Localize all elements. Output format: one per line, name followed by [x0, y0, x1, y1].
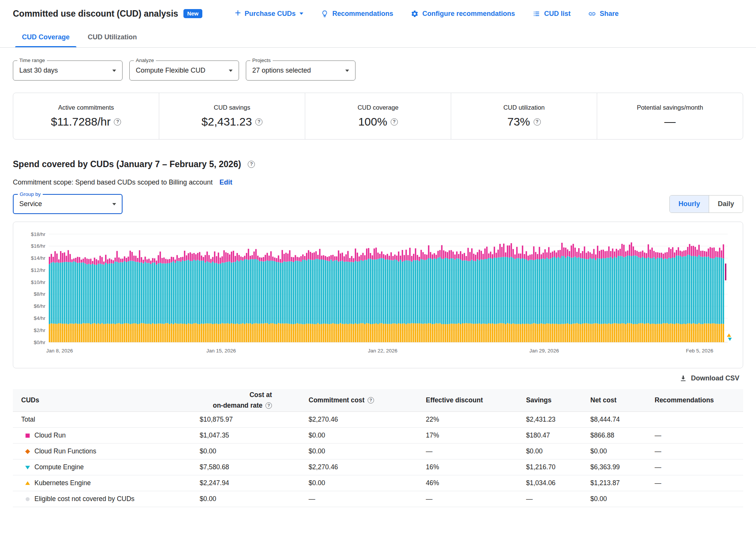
tab-cud-coverage-label: CUD Coverage: [22, 33, 70, 41]
table-row: Cloud Run$1,047.35$0.0017%$180.47$866.88…: [13, 428, 743, 444]
analyze-select[interactable]: Analyze Compute Flexible CUD: [129, 61, 239, 81]
projects-value: 27 options selected: [252, 67, 345, 74]
table-cell: $2,270.46: [295, 416, 413, 424]
table-cell: $10,875.97: [193, 416, 295, 424]
help-icon[interactable]: ?: [391, 118, 398, 126]
help-icon[interactable]: ?: [114, 118, 121, 126]
group-by-select[interactable]: Group by Service: [13, 194, 123, 214]
analyze-label: Analyze: [134, 57, 156, 63]
table-cell: $7,580.68: [193, 463, 295, 471]
chart-controls-row: Group by Service Hourly Daily: [13, 194, 743, 214]
table-cell: —: [295, 495, 413, 503]
chart-card: $0/hr$2/hr$4/hr$6/hr$8/hr$10/hr$12/hr$14…: [13, 222, 743, 368]
section-title-row: Spend covered by CUDs (January 7 – Febru…: [13, 159, 743, 169]
table-cell: 46%: [413, 479, 513, 487]
hourly-toggle-button[interactable]: Hourly: [670, 196, 709, 213]
projects-select[interactable]: Projects 27 options selected: [246, 61, 355, 81]
table-cell: $0.00: [295, 479, 413, 487]
table-cell: $0.00: [295, 431, 413, 439]
table-cell: $6,363.99: [577, 463, 641, 471]
table-cell: 16%: [413, 463, 513, 471]
cud-list-button[interactable]: CUD list: [532, 10, 571, 18]
filter-row: Time range Last 30 days Analyze Compute …: [13, 61, 743, 81]
triangle-up-marker-icon: [25, 481, 30, 486]
svg-text:$10/hr: $10/hr: [31, 279, 46, 285]
help-icon[interactable]: ?: [534, 118, 541, 126]
chevron-down-icon: [229, 70, 233, 72]
triangle-down-marker-icon: [25, 465, 30, 470]
help-icon[interactable]: ?: [265, 402, 272, 409]
commitment-scope-row: Commitment scope: Spend based CUDs scope…: [13, 178, 743, 186]
chevron-down-icon: [300, 12, 303, 15]
stat-value: 100%: [358, 115, 387, 128]
stat-cud-savings: CUD savings $2,431.23?: [159, 93, 305, 139]
table-cell: $0.00: [295, 447, 413, 455]
chevron-down-icon: [345, 70, 349, 72]
time-range-select[interactable]: Time range Last 30 days: [13, 61, 123, 81]
daily-toggle-button[interactable]: Daily: [709, 196, 743, 213]
tab-cud-utilization-label: CUD Utilization: [88, 33, 137, 41]
svg-text:$14/hr: $14/hr: [31, 255, 46, 261]
table-row: Cloud Run Functions$0.00$0.00—$0.00$0.00…: [13, 444, 743, 459]
commitment-scope-text: Commitment scope: Spend based CUDs scope…: [13, 178, 213, 186]
download-csv-button[interactable]: Download CSV: [17, 374, 739, 382]
tab-cud-coverage[interactable]: CUD Coverage: [13, 27, 79, 47]
table-row: Total$10,875.97$2,270.4622%$2,431.23$8,4…: [13, 412, 743, 428]
column-effective-discount: Effective discount: [413, 396, 513, 404]
table-body: Total$10,875.97$2,270.4622%$2,431.23$8,4…: [13, 412, 743, 507]
time-range-label: Time range: [17, 57, 47, 63]
svg-text:Jan 29, 2026: Jan 29, 2026: [529, 348, 559, 354]
share-button[interactable]: Share: [588, 10, 619, 18]
cud-table: CUDs Cost at on-demand rate? Commitment …: [13, 389, 743, 507]
new-badge: New: [183, 9, 202, 18]
svg-text:$18/hr: $18/hr: [31, 231, 46, 237]
table-cell: $2,247.94: [193, 479, 295, 487]
purchase-cuds-button[interactable]: + Purchase CUDs: [235, 9, 303, 18]
plus-icon: +: [235, 8, 241, 18]
column-savings: Savings: [513, 396, 577, 404]
group-by-label: Group by: [18, 191, 43, 197]
list-icon: [532, 10, 540, 18]
table-cell: $0.00: [513, 447, 577, 455]
stat-label: CUD utilization: [503, 104, 545, 111]
configure-recommendations-button[interactable]: Configure recommendations: [411, 10, 515, 18]
table-cell: $0.00: [577, 447, 641, 455]
top-bar: Committed use discount (CUD) analysis Ne…: [0, 0, 756, 27]
table-cell: —: [641, 463, 743, 471]
row-label: Total: [13, 416, 193, 424]
row-label: Eligible cost not covered by CUDs: [13, 495, 193, 503]
gear-icon: [411, 10, 419, 18]
edit-scope-link[interactable]: Edit: [219, 178, 232, 186]
row-label: Cloud Run: [13, 431, 193, 439]
stat-potential-savings: Potential savings/month —: [597, 93, 743, 139]
stat-active-commitments: Active commitments $11.7288/hr?: [13, 93, 159, 139]
purchase-cuds-label: Purchase CUDs: [245, 10, 296, 18]
table-cell: $0.00: [577, 495, 641, 503]
table-cell: —: [513, 495, 577, 503]
share-label: Share: [600, 10, 619, 18]
svg-text:$2/hr: $2/hr: [34, 327, 45, 333]
table-cell: $866.88: [577, 431, 641, 439]
chevron-down-icon: [112, 70, 116, 72]
help-icon[interactable]: ?: [248, 161, 255, 168]
toolbar: + Purchase CUDs Recommendations Configur…: [235, 9, 619, 18]
stat-value: 73%: [507, 115, 530, 128]
svg-text:$0/hr: $0/hr: [34, 340, 45, 345]
help-icon[interactable]: ?: [368, 397, 374, 403]
chevron-down-icon: [112, 203, 116, 205]
svg-text:$8/hr: $8/hr: [34, 291, 45, 297]
table-header: CUDs Cost at on-demand rate? Commitment …: [13, 389, 743, 412]
recommendations-button[interactable]: Recommendations: [321, 10, 393, 18]
table-cell: —: [641, 447, 743, 455]
recommendations-label: Recommendations: [332, 10, 393, 18]
stat-cud-coverage: CUD coverage 100%?: [305, 93, 451, 139]
svg-text:$12/hr: $12/hr: [31, 267, 46, 273]
table-row: Compute Engine$7,580.68$2,270.4616%$1,21…: [13, 459, 743, 475]
row-label: Cloud Run Functions: [13, 447, 193, 455]
help-icon[interactable]: ?: [255, 118, 262, 126]
table-cell: 22%: [413, 416, 513, 424]
tab-cud-utilization[interactable]: CUD Utilization: [79, 27, 146, 47]
summary-cards: Active commitments $11.7288/hr? CUD savi…: [13, 93, 743, 140]
table-cell: —: [413, 495, 513, 503]
svg-text:Jan 8, 2026: Jan 8, 2026: [46, 348, 73, 354]
